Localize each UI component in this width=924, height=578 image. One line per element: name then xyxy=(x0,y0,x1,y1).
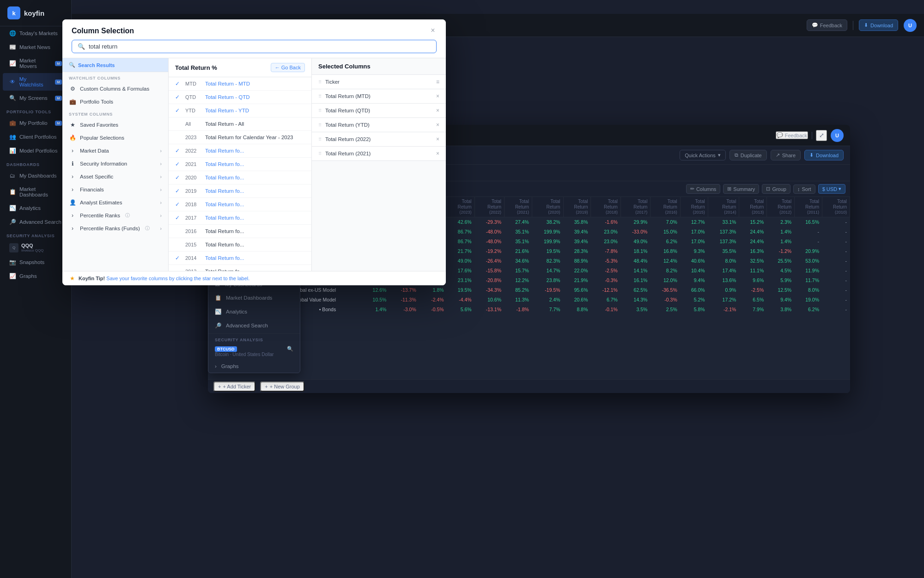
feedback-button[interactable]: 💬 Feedback xyxy=(807,19,847,31)
sidebar-item-my-dashboards[interactable]: 🗂 My Dashboards xyxy=(3,169,68,182)
sidebar-item-market-news[interactable]: 📰 Market News xyxy=(3,41,68,54)
user-avatar-main[interactable]: U xyxy=(831,129,844,142)
new-group-button[interactable]: + + New Group xyxy=(260,381,304,392)
drag-handle-ytd[interactable]: ⠿ xyxy=(318,123,322,128)
close-button[interactable]: × xyxy=(427,25,438,36)
table-row[interactable]: • Bonds1.4%-3.0%-0.5%5.6%-13.1%-1.8%7.7%… xyxy=(208,304,850,314)
col-item-2021[interactable]: ✓ 2021 Total Return fo... xyxy=(169,158,311,171)
remove-tr-2022[interactable]: × xyxy=(436,136,439,142)
th-2010[interactable]: TotalReturn(2010) xyxy=(822,197,850,217)
remove-tr-2021[interactable]: × xyxy=(436,150,439,157)
th-2014[interactable]: TotalReturn(2014) xyxy=(708,197,739,217)
sidebar-item-market-dashboards[interactable]: 📋 Market Dashboards xyxy=(3,183,68,201)
col-item-2016[interactable]: ✓ 2016 Total Return fo... xyxy=(169,225,311,238)
col-item-2018[interactable]: ✓ 2018 Total Return fo... xyxy=(169,198,311,211)
remove-tr-qtd[interactable]: × xyxy=(436,107,439,114)
col-item-2015[interactable]: ✓ 2015 Total Return fo... xyxy=(169,238,311,252)
add-ticker-button[interactable]: + + Add Ticker xyxy=(213,381,255,392)
user-avatar[interactable]: U xyxy=(904,19,917,32)
th-2023[interactable]: TotalReturn(2023) xyxy=(447,197,474,217)
nav-financials[interactable]: › Financials xyxy=(62,183,168,196)
drag-handle-qtd[interactable]: ⠿ xyxy=(318,108,322,113)
remove-tr-mtd[interactable]: × xyxy=(436,93,439,99)
nav-market-data[interactable]: › Market Data xyxy=(62,144,168,157)
search-input[interactable] xyxy=(89,43,431,50)
nd-analytics[interactable]: 📉 Analytics xyxy=(208,305,300,319)
table-row[interactable]: • Global ex-US Model12.6%-13.7%1.8%19.5%… xyxy=(208,285,850,295)
th-2016[interactable]: TotalReturn(2016) xyxy=(650,197,680,217)
nd-market-dashboards[interactable]: 📋 Market Dashboards xyxy=(208,291,300,305)
sidebar-item-my-watchlists[interactable]: 👁 My Watchlists M xyxy=(3,73,68,91)
col-item-2022[interactable]: ✓ 2022 Total Return fo... xyxy=(169,144,311,158)
th-2013[interactable]: TotalReturn(2013) xyxy=(739,197,767,217)
col-item-2013[interactable]: ✓ 2013 Total Return fo... xyxy=(169,265,311,271)
ticker-qqq[interactable]: Q QQQ Invesco QQQ xyxy=(3,240,68,255)
nd-graphs[interactable]: › Graphs xyxy=(208,360,300,373)
table-row[interactable]: • Global Value Model10.5%-11.3%-2.4%-4.4… xyxy=(208,295,850,304)
nd-btcusd[interactable]: BTCUSD 🔍 Bitcoin · United States Dollar xyxy=(208,343,300,360)
sidebar-item-market-movers[interactable]: 📈 Market Movers M xyxy=(3,55,68,72)
main-feedback-button[interactable]: 💬 Feedback xyxy=(776,131,808,139)
th-2018[interactable]: TotalReturn(2018) xyxy=(591,197,620,217)
th-2022[interactable]: TotalReturn(2022) xyxy=(474,197,504,217)
summary-icon: ⊞ xyxy=(727,186,731,192)
col-item-ytd[interactable]: ✓ YTD Total Return - YTD xyxy=(169,104,311,117)
col-item-all[interactable]: ✓ All Total Return - All xyxy=(169,117,311,131)
sidebar-item-my-screens[interactable]: 🔍 My Screens M xyxy=(3,92,68,105)
col-item-mtd[interactable]: ✓ MTD Total Return - MTD xyxy=(169,77,311,91)
expand-button[interactable]: ⤢ xyxy=(816,130,827,141)
download-button[interactable]: ⬇ Download xyxy=(859,19,898,31)
drag-handle-2022[interactable]: ⠿ xyxy=(318,137,322,142)
group-button[interactable]: ⊡ Group xyxy=(762,184,790,194)
col-item-2017[interactable]: ✓ 2017 Total Return fo... xyxy=(169,211,311,225)
sidebar-item-graphs[interactable]: 📈 Graphs xyxy=(3,270,68,283)
th-2020[interactable]: TotalReturn(2020) xyxy=(532,197,563,217)
search-results-header[interactable]: 🔍 Search Results xyxy=(62,58,168,72)
cell-y2012: 25.5% xyxy=(767,256,795,265)
sidebar-item-my-portfolio[interactable]: 💼 My Portfolio M xyxy=(3,117,68,129)
remove-ticker[interactable]: ≡ xyxy=(436,79,439,85)
drag-handle-mtd[interactable]: ⠿ xyxy=(318,94,322,99)
th-2012[interactable]: TotalReturn(2012) xyxy=(767,197,795,217)
nav-analyst-estimates[interactable]: 👤 Analyst Estimates xyxy=(62,196,168,209)
go-back-button[interactable]: ← Go Back xyxy=(271,63,305,72)
main-download-button[interactable]: ⬇ Download xyxy=(804,150,844,160)
col-item-2023[interactable]: ✓ 2023 Total Return for Calendar Year - … xyxy=(169,131,311,144)
sidebar-item-client-portfolios[interactable]: 👥 Client Portfolios xyxy=(3,130,68,143)
th-2011[interactable]: TotalReturn(2011) xyxy=(795,197,822,217)
nav-percentile-ranks[interactable]: › Percentile Ranks ⓘ xyxy=(62,209,168,222)
th-2019[interactable]: TotalReturn(2019) xyxy=(563,197,591,217)
th-2017[interactable]: TotalReturn(2017) xyxy=(620,197,650,217)
sidebar-item-todays-markets[interactable]: 🌐 Today's Markets xyxy=(3,27,68,40)
nav-saved-favorites[interactable]: ★ Saved Favorites xyxy=(62,118,168,131)
sidebar-item-model-portfolios[interactable]: 📊 Model Portfolios xyxy=(3,144,68,157)
sidebar-item-advanced-search[interactable]: 🔎 Advanced Search xyxy=(3,215,68,228)
cell-y2022: -34.3% xyxy=(474,285,504,295)
sidebar-item-snapshots[interactable]: 📷 Snapshots xyxy=(3,256,68,269)
nav-custom-columns[interactable]: ⚙ Custom Columns & Formulas xyxy=(62,82,168,95)
drag-handle-2021[interactable]: ⠿ xyxy=(318,151,322,156)
columns-button[interactable]: ✏ Columns xyxy=(686,184,720,194)
nd-security-label: SECURITY ANALYSIS xyxy=(208,335,300,343)
sidebar-item-analytics[interactable]: 📉 Analytics xyxy=(3,202,68,215)
col-item-2020[interactable]: ✓ 2020 Total Return fo... xyxy=(169,171,311,184)
nav-asset-specific[interactable]: › Asset Specific xyxy=(62,170,168,183)
nav-security-info[interactable]: ℹ Security Information xyxy=(62,157,168,170)
drag-handle[interactable]: ⠿ xyxy=(318,80,322,85)
nav-portfolio-tools[interactable]: 💼 Portfolio Tools xyxy=(62,95,168,108)
col-item-qtd[interactable]: ✓ QTD Total Return - QTD xyxy=(169,91,311,104)
th-2021[interactable]: TotalReturn(2021) xyxy=(505,197,532,217)
nav-percentile-ranks-funds[interactable]: › Percentile Ranks (Funds) ⓘ xyxy=(62,222,168,235)
nav-popular-selections[interactable]: 🔥 Popular Selections xyxy=(62,131,168,144)
sort-button[interactable]: ↕ Sort xyxy=(793,184,815,194)
duplicate-button[interactable]: ⧉ Duplicate xyxy=(729,150,767,160)
share-button[interactable]: ↗ Share xyxy=(771,150,801,160)
col-item-2019[interactable]: ✓ 2019 Total Return fo... xyxy=(169,184,311,198)
summary-button[interactable]: ⊞ Summary xyxy=(723,184,759,194)
quick-actions-button[interactable]: Quick Actions ▾ xyxy=(680,150,726,160)
nd-advanced-search[interactable]: 🔎 Advanced Search xyxy=(208,319,300,332)
remove-tr-ytd[interactable]: × xyxy=(436,122,439,128)
currency-button[interactable]: $ USD ▾ xyxy=(818,184,845,194)
th-2015[interactable]: TotalReturn(2015) xyxy=(680,197,708,217)
col-item-2014[interactable]: ✓ 2014 Total Return fo... xyxy=(169,252,311,265)
